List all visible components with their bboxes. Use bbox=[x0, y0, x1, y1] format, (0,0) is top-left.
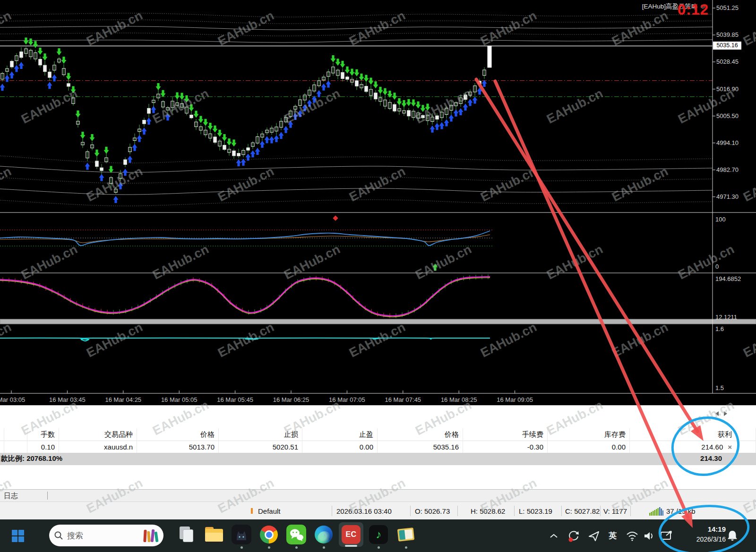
music-icon: ♪ bbox=[369, 525, 388, 544]
connection-tick-icon bbox=[251, 508, 253, 514]
taskbar-app-ebook[interactable] bbox=[393, 520, 419, 551]
active-app-indicator bbox=[345, 545, 357, 547]
annotation-timer-text: 0:12 bbox=[678, 1, 709, 18]
price-scale-label: 5028.45 bbox=[716, 58, 739, 65]
price-scale-label: 4971.30 bbox=[716, 193, 739, 200]
price-scale-label: 5039.85 bbox=[716, 31, 739, 38]
chrome-icon bbox=[259, 525, 279, 544]
col-price-current[interactable]: 价格 bbox=[378, 428, 463, 441]
windows-logo-icon bbox=[12, 530, 24, 542]
candles bbox=[1, 46, 492, 194]
time-axis-label: 16 Mar 05:05 bbox=[161, 396, 198, 403]
ec-icon: EC bbox=[342, 525, 361, 544]
col-sl[interactable]: 止损 bbox=[219, 428, 302, 441]
cell-symbol: xauusd.n bbox=[59, 441, 137, 453]
time-axis-label: 16 Mar 07:05 bbox=[329, 396, 365, 403]
taskbar-app-music[interactable]: ♪ bbox=[366, 520, 391, 551]
total-profit-value: 214.30 bbox=[700, 454, 722, 462]
tray-clock[interactable]: 14:19 2026/3/16 bbox=[696, 524, 726, 544]
sub1-scale-bottom: 0 bbox=[715, 263, 719, 270]
tab-journal[interactable]: 日志 bbox=[4, 492, 18, 501]
ohlc-close: C: 5027.82 bbox=[565, 507, 600, 515]
profile-name[interactable]: Default bbox=[258, 507, 281, 515]
sync-icon bbox=[567, 529, 581, 543]
edge-icon bbox=[314, 525, 334, 544]
sub3-scale-top: 1.6 bbox=[715, 325, 724, 332]
sub1-scale-top: 100 bbox=[715, 216, 726, 223]
ohlc-low: L: 5023.19 bbox=[519, 507, 552, 515]
ebook-icon bbox=[396, 525, 416, 544]
ec-active-background: EC bbox=[339, 522, 363, 547]
taskbar-app-file-explorer[interactable] bbox=[201, 520, 227, 551]
time-axis-label: 16 Mar 03:45 bbox=[49, 396, 86, 403]
taskbar-app-chrome[interactable] bbox=[256, 520, 282, 551]
tray-sync[interactable] bbox=[564, 519, 583, 552]
taskbar-app-wechat[interactable] bbox=[284, 520, 309, 551]
taskbar-search[interactable]: 搜索 bbox=[49, 525, 163, 546]
col-swap[interactable]: 库存费 bbox=[548, 428, 630, 441]
price-scale-label: 5016.90 bbox=[716, 85, 739, 93]
search-daily-image bbox=[144, 529, 159, 542]
tray-snip[interactable] bbox=[658, 519, 676, 552]
screenshot-icon bbox=[660, 530, 673, 542]
tray-volume[interactable] bbox=[641, 519, 658, 552]
ohlc-high: H: 5028.62 bbox=[471, 507, 505, 515]
band-lines bbox=[0, 13, 713, 206]
scroll-right-button[interactable] bbox=[724, 411, 727, 416]
sub1-main-line bbox=[0, 231, 490, 246]
taskbar-app-edge[interactable] bbox=[311, 520, 336, 551]
speaker-icon bbox=[643, 531, 655, 541]
close-position-icon[interactable]: × bbox=[728, 443, 732, 451]
price-scale-label: 4994.10 bbox=[716, 139, 739, 146]
screen: [EAHub]高盈云策略 ☺ 0:12 5035.16 100 0 194.68… bbox=[0, 0, 756, 552]
cell-sl: 5020.51 bbox=[219, 441, 302, 453]
bars-kb: 37 /15 kb bbox=[666, 507, 696, 515]
wifi-icon bbox=[626, 531, 638, 541]
bell-icon bbox=[726, 529, 739, 543]
col-commission[interactable]: 手续费 bbox=[463, 428, 548, 441]
pages-icon bbox=[177, 525, 197, 544]
cell-price-open: 5013.70 bbox=[137, 441, 219, 453]
taskbar-app-ec[interactable]: EC bbox=[338, 520, 364, 551]
bar-time: 2026.03.16 03:40 bbox=[336, 507, 392, 515]
tray-chevron[interactable] bbox=[544, 519, 563, 552]
tray-ime[interactable]: 英 bbox=[605, 519, 621, 552]
time-axis-label: 16 Mar 09:05 bbox=[497, 396, 533, 403]
scroll-left-button[interactable] bbox=[715, 411, 719, 416]
time-axis-label: 16 Mar 04:25 bbox=[105, 396, 141, 403]
sub2-scale-top: 194.6852 bbox=[715, 275, 741, 282]
current-price-tag: 5035.16 bbox=[713, 42, 741, 50]
search-placeholder: 搜索 bbox=[67, 530, 144, 541]
tray-wifi[interactable] bbox=[624, 519, 641, 552]
signal-arrows bbox=[0, 38, 487, 204]
cell-tp: 0.00 bbox=[302, 441, 378, 453]
chevron-up-icon bbox=[549, 533, 558, 539]
send-arrow-icon bbox=[588, 530, 600, 542]
chart-canvas bbox=[0, 0, 756, 405]
taskbar-app-cat[interactable] bbox=[229, 520, 254, 551]
profit-value: 214.60 bbox=[701, 443, 723, 451]
col-symbol[interactable]: 交易品种 bbox=[59, 428, 137, 441]
price-scale-label: 4982.70 bbox=[716, 166, 739, 173]
time-axis-label: 16 Mar 08:25 bbox=[441, 396, 477, 403]
search-icon bbox=[54, 531, 63, 540]
cell-commission: -0.30 bbox=[463, 441, 548, 453]
col-profit[interactable]: 获利 bbox=[630, 428, 756, 441]
sub2-scale-bottom: 12.1211 bbox=[715, 314, 737, 321]
price-scale-label: 5005.50 bbox=[716, 112, 739, 119]
folder-icon bbox=[204, 525, 224, 544]
account-summary-row: 款比例: 20768.10% 214.30 bbox=[0, 453, 756, 465]
col-price-open[interactable]: 价格 bbox=[137, 428, 219, 441]
col-tp[interactable]: 止盈 bbox=[302, 428, 378, 441]
tray-notifications[interactable] bbox=[722, 519, 743, 552]
taskbar-app-pages[interactable] bbox=[174, 520, 199, 551]
sell-diamond-marker bbox=[333, 215, 338, 221]
sub3-line bbox=[0, 338, 490, 341]
time-axis-label: 16 Mar 07:45 bbox=[385, 396, 421, 403]
col-lots[interactable]: 手数 bbox=[27, 428, 59, 441]
trade-table-row[interactable]: 0.10 xauusd.n 5013.70 5020.51 0.00 5035.… bbox=[0, 441, 756, 453]
buy-arrow-marker bbox=[433, 263, 438, 271]
tray-nav[interactable] bbox=[585, 519, 603, 552]
volume: V: 1177 bbox=[603, 507, 627, 515]
start-button[interactable] bbox=[7, 525, 29, 547]
